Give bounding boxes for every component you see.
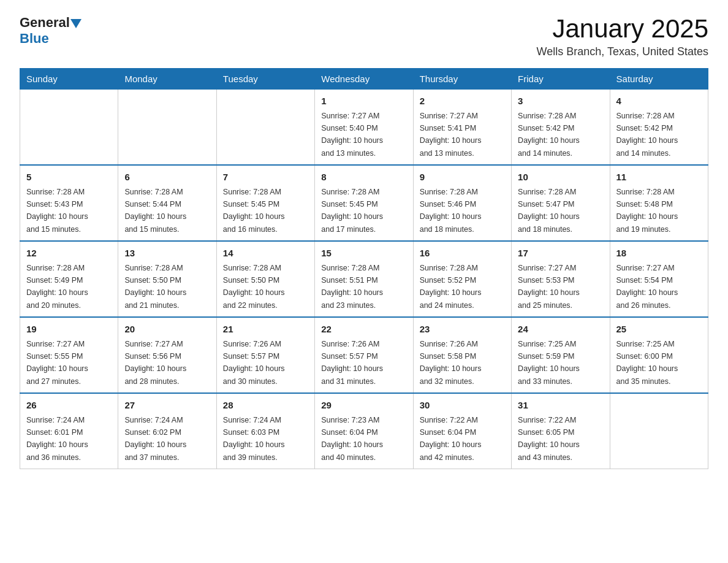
day-number: 19 <box>26 323 112 337</box>
location-title: Wells Branch, Texas, United States <box>537 45 708 58</box>
calendar-cell: 3Sunrise: 7:28 AM Sunset: 5:42 PM Daylig… <box>512 90 610 166</box>
calendar-cell: 31Sunrise: 7:22 AM Sunset: 6:05 PM Dayli… <box>512 393 610 469</box>
day-number: 16 <box>420 247 505 261</box>
page-header: General Blue January 2025 Wells Branch, … <box>20 15 708 58</box>
day-number: 10 <box>518 170 603 185</box>
day-number: 12 <box>26 247 112 261</box>
day-number: 3 <box>518 94 603 109</box>
calendar-cell: 14Sunrise: 7:28 AM Sunset: 5:50 PM Dayli… <box>216 241 314 317</box>
logo-general-text: General <box>20 15 70 31</box>
day-info: Sunrise: 7:28 AM Sunset: 5:45 PM Dayligh… <box>223 188 285 234</box>
logo-triangle-icon <box>70 19 82 28</box>
day-number: 6 <box>124 170 210 185</box>
day-info: Sunrise: 7:27 AM Sunset: 5:40 PM Dayligh… <box>321 112 383 158</box>
day-info: Sunrise: 7:27 AM Sunset: 5:54 PM Dayligh… <box>616 264 678 310</box>
calendar-cell: 20Sunrise: 7:27 AM Sunset: 5:56 PM Dayli… <box>118 317 216 393</box>
calendar-cell <box>216 90 314 166</box>
calendar-cell: 2Sunrise: 7:27 AM Sunset: 5:41 PM Daylig… <box>413 90 511 166</box>
calendar-header-row: SundayMondayTuesdayWednesdayThursdayFrid… <box>20 69 708 90</box>
day-info: Sunrise: 7:28 AM Sunset: 5:49 PM Dayligh… <box>26 264 88 310</box>
calendar-cell: 17Sunrise: 7:27 AM Sunset: 5:53 PM Dayli… <box>512 241 610 317</box>
col-header-saturday: Saturday <box>610 69 708 90</box>
day-number: 20 <box>124 323 210 337</box>
calendar-cell <box>610 393 708 469</box>
calendar-cell: 11Sunrise: 7:28 AM Sunset: 5:48 PM Dayli… <box>610 165 708 241</box>
day-number: 27 <box>124 399 210 413</box>
day-number: 11 <box>616 170 702 185</box>
calendar-week-row: 12Sunrise: 7:28 AM Sunset: 5:49 PM Dayli… <box>20 241 708 317</box>
day-number: 24 <box>518 323 603 337</box>
day-info: Sunrise: 7:28 AM Sunset: 5:50 PM Dayligh… <box>223 264 285 310</box>
col-header-wednesday: Wednesday <box>315 69 413 90</box>
calendar-cell: 22Sunrise: 7:26 AM Sunset: 5:57 PM Dayli… <box>315 317 413 393</box>
day-info: Sunrise: 7:26 AM Sunset: 5:58 PM Dayligh… <box>420 340 482 386</box>
day-number: 4 <box>616 94 702 109</box>
day-info: Sunrise: 7:24 AM Sunset: 6:01 PM Dayligh… <box>26 416 88 462</box>
calendar-cell: 15Sunrise: 7:28 AM Sunset: 5:51 PM Dayli… <box>315 241 413 317</box>
col-header-monday: Monday <box>118 69 216 90</box>
day-info: Sunrise: 7:26 AM Sunset: 5:57 PM Dayligh… <box>223 340 285 386</box>
calendar-cell <box>20 90 118 166</box>
calendar-cell: 18Sunrise: 7:27 AM Sunset: 5:54 PM Dayli… <box>610 241 708 317</box>
day-info: Sunrise: 7:28 AM Sunset: 5:46 PM Dayligh… <box>420 188 482 234</box>
day-number: 26 <box>26 399 112 413</box>
day-info: Sunrise: 7:28 AM Sunset: 5:42 PM Dayligh… <box>616 112 678 158</box>
calendar-cell: 6Sunrise: 7:28 AM Sunset: 5:44 PM Daylig… <box>118 165 216 241</box>
calendar-cell: 4Sunrise: 7:28 AM Sunset: 5:42 PM Daylig… <box>610 90 708 166</box>
day-number: 14 <box>223 247 308 261</box>
calendar-cell <box>118 90 216 166</box>
calendar-cell: 28Sunrise: 7:24 AM Sunset: 6:03 PM Dayli… <box>216 393 314 469</box>
calendar-cell: 30Sunrise: 7:22 AM Sunset: 6:04 PM Dayli… <box>413 393 511 469</box>
day-info: Sunrise: 7:28 AM Sunset: 5:47 PM Dayligh… <box>518 188 580 234</box>
col-header-tuesday: Tuesday <box>216 69 314 90</box>
day-info: Sunrise: 7:27 AM Sunset: 5:41 PM Dayligh… <box>420 112 482 158</box>
day-number: 8 <box>321 170 406 185</box>
day-info: Sunrise: 7:28 AM Sunset: 5:42 PM Dayligh… <box>518 112 580 158</box>
day-number: 17 <box>518 247 603 261</box>
day-number: 5 <box>26 170 112 185</box>
day-info: Sunrise: 7:23 AM Sunset: 6:04 PM Dayligh… <box>321 416 383 462</box>
day-info: Sunrise: 7:24 AM Sunset: 6:03 PM Dayligh… <box>223 416 285 462</box>
calendar-table: SundayMondayTuesdayWednesdayThursdayFrid… <box>20 68 708 469</box>
day-number: 21 <box>223 323 308 337</box>
calendar-week-row: 5Sunrise: 7:28 AM Sunset: 5:43 PM Daylig… <box>20 165 708 241</box>
calendar-cell: 24Sunrise: 7:25 AM Sunset: 5:59 PM Dayli… <box>512 317 610 393</box>
calendar-cell: 16Sunrise: 7:28 AM Sunset: 5:52 PM Dayli… <box>413 241 511 317</box>
calendar-cell: 27Sunrise: 7:24 AM Sunset: 6:02 PM Dayli… <box>118 393 216 469</box>
calendar-cell: 12Sunrise: 7:28 AM Sunset: 5:49 PM Dayli… <box>20 241 118 317</box>
calendar-cell: 26Sunrise: 7:24 AM Sunset: 6:01 PM Dayli… <box>20 393 118 469</box>
day-info: Sunrise: 7:25 AM Sunset: 5:59 PM Dayligh… <box>518 340 580 386</box>
day-info: Sunrise: 7:22 AM Sunset: 6:04 PM Dayligh… <box>420 416 482 462</box>
day-info: Sunrise: 7:28 AM Sunset: 5:48 PM Dayligh… <box>616 188 678 234</box>
day-number: 9 <box>420 170 505 185</box>
month-title: January 2025 <box>537 15 708 43</box>
day-number: 31 <box>518 399 603 413</box>
day-info: Sunrise: 7:28 AM Sunset: 5:44 PM Dayligh… <box>124 188 186 234</box>
calendar-cell: 10Sunrise: 7:28 AM Sunset: 5:47 PM Dayli… <box>512 165 610 241</box>
col-header-friday: Friday <box>512 69 610 90</box>
day-info: Sunrise: 7:28 AM Sunset: 5:50 PM Dayligh… <box>124 264 186 310</box>
day-number: 23 <box>420 323 505 337</box>
day-info: Sunrise: 7:27 AM Sunset: 5:56 PM Dayligh… <box>124 340 186 386</box>
day-info: Sunrise: 7:26 AM Sunset: 5:57 PM Dayligh… <box>321 340 383 386</box>
day-info: Sunrise: 7:28 AM Sunset: 5:43 PM Dayligh… <box>26 188 88 234</box>
day-number: 2 <box>420 94 505 109</box>
day-number: 25 <box>616 323 702 337</box>
logo: General Blue <box>20 15 82 47</box>
calendar-week-row: 19Sunrise: 7:27 AM Sunset: 5:55 PM Dayli… <box>20 317 708 393</box>
col-header-sunday: Sunday <box>20 69 118 90</box>
calendar-week-row: 1Sunrise: 7:27 AM Sunset: 5:40 PM Daylig… <box>20 90 708 166</box>
calendar-cell: 8Sunrise: 7:28 AM Sunset: 5:45 PM Daylig… <box>315 165 413 241</box>
day-number: 13 <box>124 247 210 261</box>
day-number: 18 <box>616 247 702 261</box>
day-info: Sunrise: 7:22 AM Sunset: 6:05 PM Dayligh… <box>518 416 580 462</box>
col-header-thursday: Thursday <box>413 69 511 90</box>
title-block: January 2025 Wells Branch, Texas, United… <box>537 15 708 58</box>
calendar-cell: 5Sunrise: 7:28 AM Sunset: 5:43 PM Daylig… <box>20 165 118 241</box>
day-number: 7 <box>223 170 308 185</box>
day-number: 15 <box>321 247 406 261</box>
day-info: Sunrise: 7:27 AM Sunset: 5:55 PM Dayligh… <box>26 340 88 386</box>
calendar-cell: 23Sunrise: 7:26 AM Sunset: 5:58 PM Dayli… <box>413 317 511 393</box>
logo-blue-text: Blue <box>20 31 49 46</box>
calendar-cell: 13Sunrise: 7:28 AM Sunset: 5:50 PM Dayli… <box>118 241 216 317</box>
